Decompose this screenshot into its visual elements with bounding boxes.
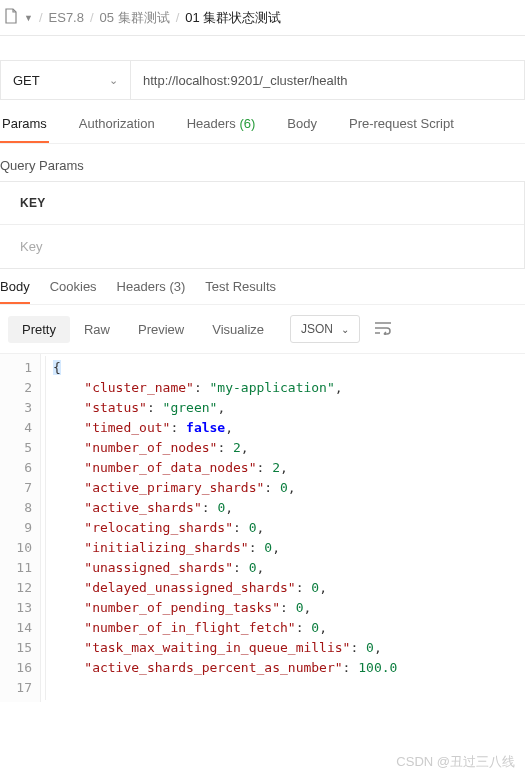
breadcrumb-item[interactable]: 05 集群测试: [100, 9, 170, 27]
tab-response-headers[interactable]: Headers (3): [117, 279, 186, 304]
tab-cookies[interactable]: Cookies: [50, 279, 97, 304]
raw-button[interactable]: Raw: [70, 316, 124, 343]
breadcrumb-separator: /: [90, 10, 94, 25]
response-code: 1234567891011121314151617 { "cluster_nam…: [0, 354, 525, 702]
format-select-label: JSON: [301, 322, 333, 336]
request-tabs: Params Authorization Headers (6) Body Pr…: [0, 100, 525, 144]
pretty-button[interactable]: Pretty: [8, 316, 70, 343]
breadcrumb-separator: /: [39, 10, 43, 25]
line-gutter: 1234567891011121314151617: [0, 354, 40, 702]
dropdown-caret-icon[interactable]: ▼: [24, 13, 33, 23]
file-icon: [4, 8, 18, 27]
tab-headers-count: (6): [239, 116, 255, 131]
tab-response-body[interactable]: Body: [0, 279, 30, 304]
tab-body[interactable]: Body: [285, 116, 319, 143]
tab-headers[interactable]: Headers (6): [185, 116, 258, 143]
breadcrumb-separator: /: [176, 10, 180, 25]
tab-test-results[interactable]: Test Results: [205, 279, 276, 304]
chevron-down-icon: ⌄: [341, 324, 349, 335]
tab-prerequest-script[interactable]: Pre-request Script: [347, 116, 456, 143]
format-toolbar: Pretty Raw Preview Visualize JSON ⌄: [0, 305, 525, 354]
key-column-header: KEY: [0, 182, 524, 225]
breadcrumb-item[interactable]: ES7.8: [49, 10, 84, 25]
format-select[interactable]: JSON ⌄: [290, 315, 360, 343]
method-select[interactable]: GET ⌄: [1, 61, 131, 99]
visualize-button[interactable]: Visualize: [198, 316, 278, 343]
tab-authorization[interactable]: Authorization: [77, 116, 157, 143]
code-body[interactable]: { "cluster_name": "my-application", "sta…: [40, 354, 525, 702]
breadcrumb: ▼ / ES7.8 / 05 集群测试 / 01 集群状态测试: [0, 0, 525, 36]
breadcrumb-item-current: 01 集群状态测试: [185, 9, 281, 27]
watermark: CSDN @丑过三八线: [396, 753, 515, 771]
request-row: GET ⌄ http://localhost:9201/_cluster/hea…: [0, 60, 525, 100]
method-label: GET: [13, 73, 40, 88]
tab-response-headers-label: Headers: [117, 279, 166, 294]
tab-response-headers-count: (3): [169, 279, 185, 294]
wrap-lines-icon[interactable]: [374, 321, 392, 338]
response-tabs: Body Cookies Headers (3) Test Results: [0, 269, 525, 305]
query-params-table: KEY Key: [0, 181, 525, 269]
tab-headers-label: Headers: [187, 116, 236, 131]
url-input[interactable]: http://localhost:9201/_cluster/health: [131, 73, 524, 88]
preview-button[interactable]: Preview: [124, 316, 198, 343]
chevron-down-icon: ⌄: [109, 74, 118, 87]
query-params-label: Query Params: [0, 144, 525, 181]
tab-params[interactable]: Params: [0, 116, 49, 143]
key-input-row[interactable]: Key: [0, 225, 524, 268]
